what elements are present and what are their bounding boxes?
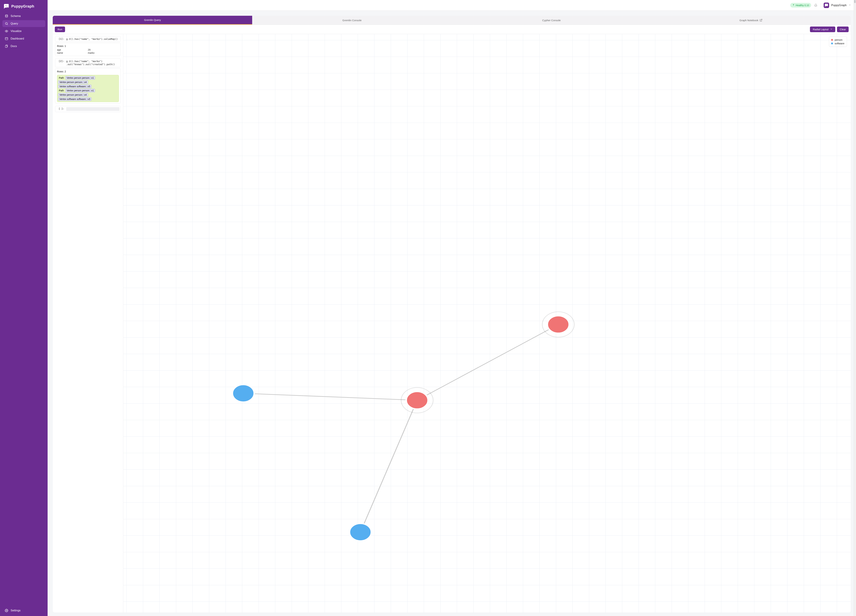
user-menu[interactable]: PuppyGraph	[824, 3, 851, 8]
sidebar-item-label: Settings	[11, 609, 20, 612]
eye-icon	[5, 29, 8, 33]
sidebar-item-docs[interactable]: Docs	[2, 43, 45, 50]
scrollbar-thumb[interactable]	[854, 0, 856, 3]
tab-label: Graph Notebook	[739, 19, 758, 22]
avatar-icon	[824, 3, 829, 8]
sidebar-item-settings[interactable]: Settings	[2, 607, 45, 614]
svg-point-10	[6, 610, 7, 611]
vertex-chip[interactable]: Vertex person person:::v4	[58, 93, 88, 97]
graph-canvas[interactable]: person software	[123, 34, 851, 613]
vertex-chip[interactable]: Vertex software software:::v5	[58, 85, 91, 88]
kv-key: name	[57, 52, 88, 55]
svg-line-4	[7, 24, 8, 25]
svg-point-3	[5, 22, 8, 25]
toolbar: Run Radial Layout Clear	[53, 25, 851, 34]
svg-line-13	[417, 324, 558, 400]
tab-graph-notebook[interactable]: Graph Notebook	[651, 16, 851, 25]
cell-index: [ ]:	[55, 107, 65, 110]
kv-val: 29	[88, 48, 91, 52]
graph-node[interactable]	[547, 316, 569, 333]
tab-gremlin-console[interactable]: Gremlin Console	[252, 16, 452, 25]
scrollbar[interactable]	[854, 0, 856, 616]
dashboard-icon	[5, 37, 8, 40]
svg-point-5	[6, 31, 7, 32]
topbar: Healthy 0.10 PuppyGraph	[48, 0, 856, 11]
search-icon	[5, 22, 8, 25]
cell-input[interactable]: [ ]:	[55, 106, 121, 112]
legend-swatch	[831, 39, 833, 41]
sidebar-item-schema[interactable]: Schema	[2, 13, 45, 20]
sidebar-item-query[interactable]: Query	[2, 20, 45, 27]
sidebar-item-label: Query	[11, 22, 18, 25]
tab-label: Cypher Console	[542, 19, 561, 22]
tab-cypher-console[interactable]: Cypher Console	[452, 16, 651, 25]
query-panel: Gremlin Query Gremlin Console Cypher Con…	[53, 16, 851, 613]
arrow-up-icon	[792, 4, 795, 7]
chevron-down-icon	[848, 4, 851, 7]
user-name: PuppyGraph	[831, 4, 847, 7]
run-button[interactable]: Run	[55, 26, 65, 32]
path-label: Path	[58, 76, 65, 79]
cell-code: g.V().has("name", "marko").valueMap()	[66, 37, 120, 41]
graph-svg	[123, 34, 851, 613]
cell-result: Rows: 2 Path Vertex person person:::v1 V…	[55, 68, 121, 103]
graph-node[interactable]	[349, 524, 371, 541]
status-badge: Healthy 0.10	[790, 3, 811, 8]
result-rows: Rows: 1	[57, 44, 119, 48]
svg-point-2	[5, 15, 8, 15]
path-row: Path Vertex person person:::v1 Vertex pe…	[58, 89, 118, 101]
svg-point-12	[826, 5, 827, 5]
brand: PuppyGraph	[2, 2, 45, 13]
bell-icon[interactable]	[814, 4, 817, 7]
sidebar-item-label: Dashboard	[11, 37, 24, 40]
cell-input[interactable]: [2]: g.V().has("name", "marko") .out("kn…	[55, 58, 121, 67]
nav: Schema Query Visualize Dashboard	[2, 13, 45, 50]
legend-label: person	[834, 38, 842, 41]
sidebar-item-label: Visualize	[11, 29, 22, 33]
vertex-chip[interactable]: Vertex person person:::v1	[65, 76, 95, 80]
gear-icon	[5, 609, 8, 612]
legend-label: software	[834, 42, 844, 45]
legend-item: software	[831, 41, 844, 45]
svg-line-14	[243, 393, 417, 400]
vertex-chip[interactable]: Vertex person person:::v4	[58, 80, 88, 84]
graph-node[interactable]	[232, 385, 254, 402]
tab-label: Gremlin Console	[342, 19, 362, 22]
tab-label: Gremlin Query	[144, 18, 161, 22]
database-icon	[5, 14, 8, 18]
external-link-icon	[760, 19, 762, 22]
docs-icon	[5, 45, 8, 48]
code-input[interactable]	[66, 107, 120, 111]
brand-name: PuppyGraph	[11, 4, 34, 9]
svg-line-15	[360, 400, 417, 532]
path-result: Path Vertex person person:::v1 Vertex pe…	[57, 75, 119, 102]
layout-label: Radial Layout	[813, 28, 828, 31]
cell-input[interactable]: [1]: g.V().has("name", "marko").valueMap…	[55, 36, 121, 42]
cells-pane: [1]: g.V().has("name", "marko").valueMap…	[53, 34, 123, 613]
cell-code: g.V().has("name", "marko") .out("knows")…	[66, 60, 120, 66]
cell: [ ]:	[55, 106, 121, 112]
layout-select[interactable]: Radial Layout	[810, 26, 835, 32]
sidebar: PuppyGraph Schema Query Visualize	[0, 0, 48, 616]
graph-node[interactable]	[406, 392, 428, 409]
cell-index: [1]:	[55, 37, 65, 40]
svg-rect-9	[5, 46, 7, 48]
sidebar-item-label: Docs	[11, 45, 17, 48]
clear-button[interactable]: Clear	[837, 26, 848, 32]
sidebar-item-visualize[interactable]: Visualize	[2, 28, 45, 35]
vertex-chip[interactable]: Vertex person person:::v1	[65, 89, 95, 92]
chevron-down-icon	[830, 28, 833, 31]
path-label: Path	[58, 89, 65, 92]
legend-swatch	[831, 43, 833, 44]
legend: person software	[829, 37, 847, 47]
tabs: Gremlin Query Gremlin Console Cypher Con…	[53, 16, 851, 25]
tab-gremlin-query[interactable]: Gremlin Query	[53, 16, 252, 25]
vertex-chip[interactable]: Vertex software software:::v3	[58, 97, 91, 101]
kv-val: marko	[88, 52, 94, 55]
sidebar-item-label: Schema	[11, 15, 21, 18]
brand-logo-icon	[3, 3, 9, 9]
status-text: Healthy 0.10	[796, 4, 809, 7]
svg-rect-6	[5, 37, 8, 40]
cell: [1]: g.V().has("name", "marko").valueMap…	[55, 36, 121, 56]
sidebar-item-dashboard[interactable]: Dashboard	[2, 35, 45, 42]
